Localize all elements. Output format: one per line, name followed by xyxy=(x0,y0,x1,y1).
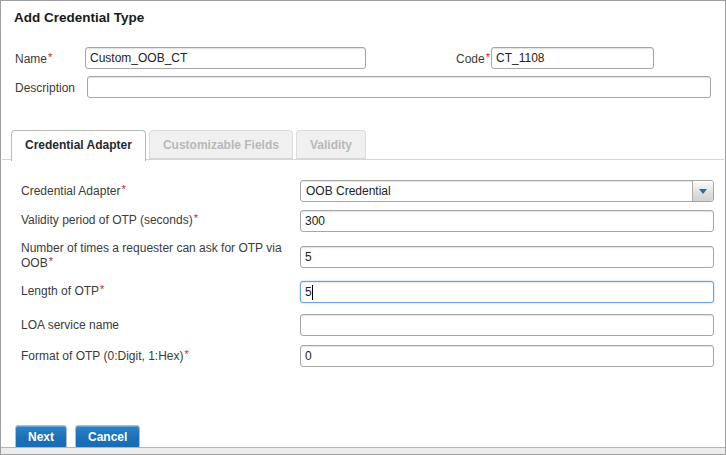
tab-credential-adapter[interactable]: Credential Adapter xyxy=(11,130,146,161)
required-marker: * xyxy=(486,51,490,63)
description-label: Description xyxy=(15,81,75,96)
tab-bar: Credential Adapter Customizable Fields V… xyxy=(11,130,369,161)
cancel-button[interactable]: Cancel xyxy=(75,425,140,449)
required-marker: * xyxy=(185,348,189,360)
required-marker: * xyxy=(100,283,104,295)
otp-request-count-label: Number of times a requester can ask for … xyxy=(21,241,297,271)
text-caret xyxy=(312,285,313,300)
required-marker: * xyxy=(48,51,52,63)
loa-service-name-label: LOA service name xyxy=(21,318,119,333)
tab-customizable-fields[interactable]: Customizable Fields xyxy=(149,130,293,159)
otp-length-input[interactable] xyxy=(300,281,714,303)
combobox-dropdown-button[interactable] xyxy=(692,181,713,201)
footer-strip xyxy=(1,447,725,454)
add-credential-type-dialog: Add Credential Type Name* Code* Descript… xyxy=(0,0,726,455)
validity-period-input[interactable] xyxy=(300,210,714,232)
credential-adapter-label: Credential Adapter* xyxy=(21,184,126,199)
validity-period-label: Validity period of OTP (seconds)* xyxy=(21,213,198,228)
page-title: Add Credential Type xyxy=(14,10,144,25)
tab-validity[interactable]: Validity xyxy=(296,130,366,159)
code-label: Code* xyxy=(456,52,490,67)
credential-adapter-combobox[interactable]: OOB Credential xyxy=(300,180,714,202)
description-input[interactable] xyxy=(87,76,711,98)
loa-service-name-input[interactable] xyxy=(300,314,714,336)
name-input[interactable] xyxy=(85,47,366,69)
otp-format-label: Format of OTP (0:Digit, 1:Hex)* xyxy=(21,349,189,364)
required-marker: * xyxy=(49,255,53,267)
otp-request-count-input[interactable] xyxy=(300,246,714,268)
otp-length-label: Length of OTP* xyxy=(21,284,104,299)
name-label: Name* xyxy=(15,52,52,67)
otp-format-input[interactable] xyxy=(300,345,714,367)
next-button[interactable]: Next xyxy=(15,425,67,449)
required-marker: * xyxy=(121,183,125,195)
combobox-selected-value: OOB Credential xyxy=(306,181,689,201)
required-marker: * xyxy=(194,212,198,224)
code-input[interactable] xyxy=(491,47,654,69)
chevron-down-icon xyxy=(699,189,707,194)
